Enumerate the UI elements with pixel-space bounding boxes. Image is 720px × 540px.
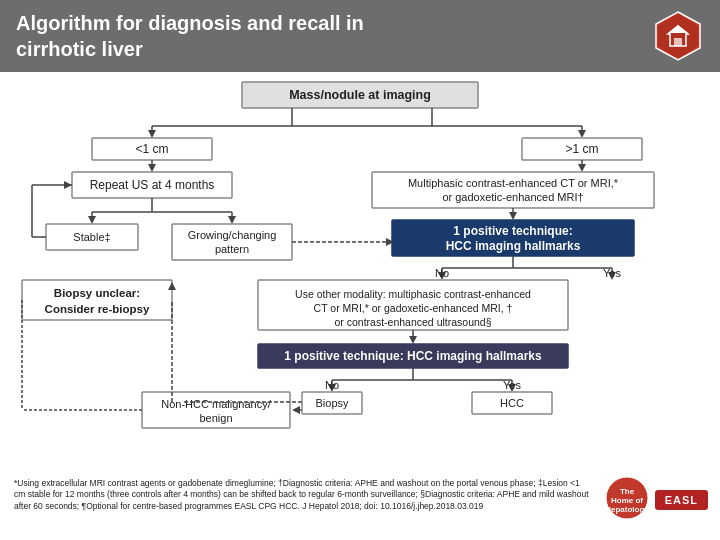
svg-text:The: The — [620, 487, 635, 496]
biopsy-label: Biopsy — [315, 397, 349, 409]
use-other-label: Use other modality: multiphasic contrast… — [295, 288, 531, 300]
main-content: Mass/nodule at imaging <1 cm >1 cm Repea… — [0, 72, 720, 528]
footnote: *Using extracellular MRI contrast agents… — [12, 478, 592, 512]
svg-text:or contrast-enhanced ultrasoun: or contrast-enhanced ultrasound§ — [334, 316, 491, 328]
svg-text:Home of: Home of — [611, 496, 643, 505]
repeat-us-label: Repeat US at 4 months — [90, 178, 215, 192]
svg-marker-11 — [148, 130, 156, 138]
svg-marker-52 — [409, 336, 417, 344]
header-icon — [652, 10, 704, 62]
svg-text:CT or MRI,* or gadoxetic-enhan: CT or MRI,* or gadoxetic-enhanced MRI, † — [314, 302, 513, 314]
svg-text:benign: benign — [199, 412, 232, 424]
right-branch-label: >1 cm — [565, 142, 598, 156]
no-label-1: No — [435, 267, 449, 279]
svg-marker-63 — [292, 406, 300, 414]
svg-marker-34 — [509, 212, 517, 220]
svg-marker-14 — [578, 130, 586, 138]
svg-marker-29 — [228, 216, 236, 224]
yes-label-1: Yes — [603, 267, 621, 279]
svg-marker-18 — [148, 164, 156, 172]
positive-technique-1-label: 1 positive technique: — [453, 224, 572, 238]
svg-marker-27 — [88, 216, 96, 224]
svg-text:or gadoxetic-enhanced MRI†: or gadoxetic-enhanced MRI† — [442, 191, 583, 203]
svg-text:Hepatology: Hepatology — [605, 505, 649, 514]
growing-label: Growing/changing — [188, 229, 277, 241]
svg-text:Consider re-biopsy: Consider re-biopsy — [45, 303, 150, 315]
non-hcc-label: Non-HCC malignancy/ — [161, 398, 271, 410]
svg-text:HCC imaging hallmarks: HCC imaging hallmarks — [446, 239, 581, 253]
svg-rect-4 — [674, 38, 682, 46]
svg-marker-20 — [578, 164, 586, 172]
no-label-2: No — [325, 379, 339, 391]
positive-technique-2-label: 1 positive technique: HCC imaging hallma… — [284, 349, 542, 363]
yes-label-2: Yes — [503, 379, 521, 391]
hcc-label: HCC — [500, 397, 524, 409]
page-title: Algorithm for diagnosis and recall in ci… — [16, 10, 364, 62]
page-header: Algorithm for diagnosis and recall in ci… — [0, 0, 720, 72]
easl-badge-text: EASL — [655, 490, 708, 510]
top-node-label: Mass/nodule at imaging — [289, 88, 431, 102]
multiphasic-label: Multiphasic contrast-enhanced CT or MRI,… — [408, 177, 619, 189]
svg-text:pattern: pattern — [215, 243, 249, 255]
stable-label: Stable‡ — [73, 231, 110, 243]
left-branch-label: <1 cm — [135, 142, 168, 156]
flowchart-diagram: Mass/nodule at imaging <1 cm >1 cm Repea… — [12, 80, 708, 472]
biopsy-unclear-label: Biopsy unclear: — [54, 287, 140, 299]
easl-logo: The Home of Hepatology EASL — [605, 476, 708, 524]
